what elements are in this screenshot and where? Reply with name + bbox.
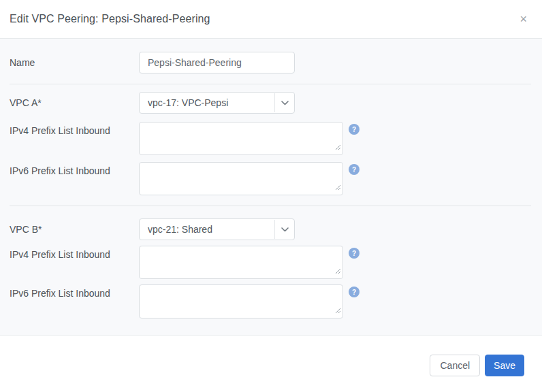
chevron-down-icon xyxy=(275,219,294,240)
vpc-b-label: VPC B* xyxy=(10,218,139,240)
vpc-a-ipv4-row: IPv4 Prefix List Inbound ? xyxy=(10,122,531,155)
vpc-a-ipv4-textarea-wrap xyxy=(139,122,343,155)
help-icon[interactable]: ? xyxy=(349,248,360,259)
vpc-b-ipv4-label: IPv4 Prefix List Inbound xyxy=(10,246,139,263)
vpc-a-selected-value: vpc-17: VPC-Pepsi xyxy=(140,93,274,113)
help-icon[interactable]: ? xyxy=(349,124,360,135)
vpc-a-ipv6-row: IPv6 Prefix List Inbound ? xyxy=(10,162,531,195)
name-row: Name xyxy=(10,52,531,74)
vpc-b-ipv4-row: IPv4 Prefix List Inbound ? xyxy=(10,246,531,279)
close-icon[interactable]: × xyxy=(517,12,530,27)
edit-vpc-peering-modal: Edit VPC Peering: Pepsi-Shared-Peering ×… xyxy=(0,0,542,392)
vpc-a-ipv4-label: IPv4 Prefix List Inbound xyxy=(10,122,139,140)
vpc-b-ipv6-textarea-wrap xyxy=(139,284,343,318)
help-icon[interactable]: ? xyxy=(349,287,360,297)
vpc-b-select[interactable]: vpc-21: Shared xyxy=(139,218,295,240)
vpc-a-label: VPC A* xyxy=(10,92,139,114)
vpc-a-row: VPC A* vpc-17: VPC-Pepsi xyxy=(10,92,531,114)
vpc-a-ipv6-textarea[interactable] xyxy=(139,162,343,195)
vpc-a-select[interactable]: vpc-17: VPC-Pepsi xyxy=(139,92,295,114)
vpc-b-row: VPC B* vpc-21: Shared xyxy=(10,218,531,240)
vpc-b-ipv6-textarea[interactable] xyxy=(139,284,343,318)
vpc-a-ipv4-textarea[interactable] xyxy=(139,122,343,155)
save-button[interactable]: Save xyxy=(485,355,524,376)
cancel-button[interactable]: Cancel xyxy=(430,355,480,376)
help-icon[interactable]: ? xyxy=(349,164,360,175)
modal-footer: Cancel Save xyxy=(0,335,542,392)
chevron-down-icon xyxy=(275,93,294,113)
section-divider xyxy=(10,206,531,206)
vpc-a-ipv6-label: IPv6 Prefix List Inbound xyxy=(10,162,139,180)
section-divider xyxy=(10,84,531,84)
name-label: Name xyxy=(10,52,139,74)
name-input[interactable] xyxy=(139,52,295,74)
modal-header: Edit VPC Peering: Pepsi-Shared-Peering × xyxy=(0,0,542,39)
vpc-b-ipv4-textarea[interactable] xyxy=(139,246,343,279)
vpc-b-ipv6-row: IPv6 Prefix List Inbound ? xyxy=(10,284,531,318)
vpc-a-ipv6-textarea-wrap xyxy=(139,162,343,195)
vpc-b-ipv4-textarea-wrap xyxy=(139,246,343,279)
modal-body: Name VPC A* vpc-17: VPC-Pepsi IPv4 Prefi… xyxy=(0,39,542,335)
modal-title: Edit VPC Peering: Pepsi-Shared-Peering xyxy=(10,13,517,25)
vpc-b-ipv6-label: IPv6 Prefix List Inbound xyxy=(10,284,139,302)
vpc-b-selected-value: vpc-21: Shared xyxy=(140,219,274,240)
